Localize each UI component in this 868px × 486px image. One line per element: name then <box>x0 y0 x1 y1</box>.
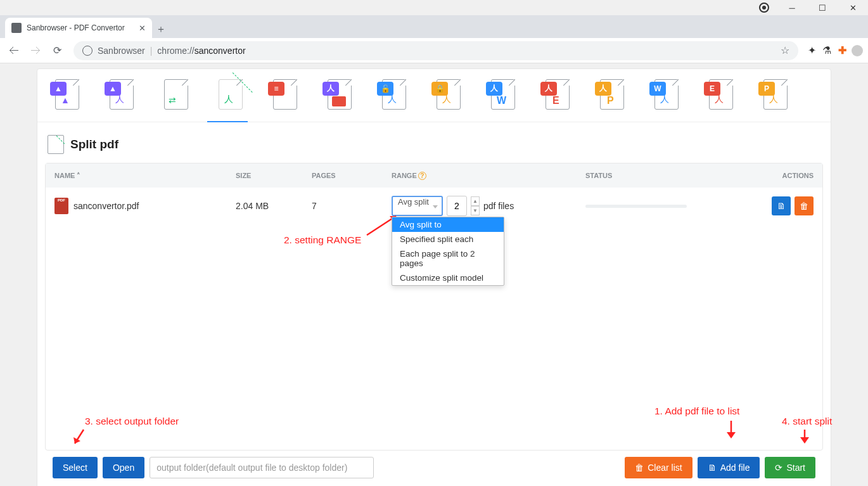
page-content: ▲▲ 人▲ ⇄ 人 ≡ 人 人🔓 人🔒 W人 E人 P人 人W 人E 人P Sp… <box>0 63 868 486</box>
split-icon <box>48 135 64 154</box>
range-opt-custom[interactable]: Customize split model <box>392 271 504 285</box>
favicon-icon <box>11 23 22 33</box>
tool-pdf-red[interactable]: 人 <box>321 77 352 115</box>
range-count-input[interactable] <box>447 196 467 216</box>
output-folder-input[interactable]: output folder(default output file to des… <box>150 457 374 478</box>
range-opt-spec[interactable]: Specified split each <box>392 232 504 246</box>
minimize-button[interactable]: ─ <box>784 3 800 13</box>
tool-lock-pdf[interactable]: 人🔒 <box>430 77 461 115</box>
pdf-file-icon <box>54 198 68 214</box>
omnibox-app: Sanbrowser <box>98 46 145 56</box>
close-button[interactable]: ✕ <box>845 3 860 13</box>
tool-img-to-pdf[interactable]: ▲▲ <box>49 77 79 115</box>
section-title: Split pdf <box>70 137 118 151</box>
open-folder-button[interactable]: Open <box>103 457 144 478</box>
file-grid: Name ˄ Size Pages Range? Status Actions … <box>45 163 823 451</box>
omnibox-url: chrome://sanconvertor <box>157 46 245 56</box>
row-delete-button[interactable]: 🗑 <box>795 196 814 215</box>
spin-down-icon: ▼ <box>471 206 480 215</box>
globe-icon <box>82 46 93 56</box>
file-name: sanconvertor.pdf <box>73 201 139 211</box>
section-header: Split pdf <box>45 130 823 163</box>
sort-asc-icon: ˄ <box>77 172 80 179</box>
footer-bar: Select Open output folder(default output… <box>45 451 823 485</box>
tab-strip: Sanbrowser - PDF Convertor ✕ ＋ <box>0 15 868 38</box>
tab-title: Sanbrowser - PDF Convertor <box>27 23 125 32</box>
col-range[interactable]: Range? <box>392 172 585 180</box>
spin-up-icon: ▲ <box>471 196 480 206</box>
back-button[interactable]: 🡠 <box>5 42 23 60</box>
table-row: sanconvertor.pdf 2.04 MB 7 Avg split ▲▼ … <box>46 188 822 224</box>
tool-pdf-w[interactable]: W人 <box>485 77 515 115</box>
col-status[interactable]: Status <box>585 172 755 179</box>
add-file-button[interactable]: 🗎Add file <box>698 457 760 478</box>
tool-split-pdf[interactable]: 人 <box>212 77 243 115</box>
window-titlebar: ─ ☐ ✕ <box>0 0 868 15</box>
row-edit-button[interactable]: 🗎 <box>772 196 791 215</box>
select-folder-button[interactable]: Select <box>53 457 98 478</box>
col-pages[interactable]: Pages <box>312 172 392 179</box>
range-mode-select[interactable]: Avg split <box>392 196 443 216</box>
help-icon[interactable]: ? <box>418 172 426 180</box>
grid-header: Name ˄ Size Pages Range? Status Actions <box>46 163 822 188</box>
trash-icon: 🗑 <box>635 463 644 473</box>
tool-compress-pdf[interactable]: ≡ <box>267 77 297 115</box>
col-size[interactable]: Size <box>236 172 312 179</box>
tool-pdf-to-img[interactable]: 人▲ <box>103 77 134 115</box>
maximize-button[interactable]: ☐ <box>815 3 830 13</box>
close-tab-icon[interactable]: ✕ <box>139 23 146 33</box>
range-spinner[interactable]: ▲▼ <box>471 196 480 215</box>
tab-active[interactable]: Sanbrowser - PDF Convertor ✕ <box>5 18 152 38</box>
start-button[interactable]: ⟳Start <box>765 457 815 478</box>
file-plus-icon: 🗎 <box>708 463 717 473</box>
address-bar[interactable]: Sanbrowser | chrome://sanconvertor ☆ <box>73 41 798 60</box>
circle-icon[interactable] <box>759 3 769 13</box>
tool-pdf-e[interactable]: E人 <box>539 77 570 115</box>
bookmark-icon[interactable]: ☆ <box>781 44 789 56</box>
main-panel: ▲▲ 人▲ ⇄ 人 ≡ 人 人🔓 人🔒 W人 E人 P人 人W 人E 人P Sp… <box>37 68 831 486</box>
file-pages: 7 <box>312 201 392 211</box>
puzzle-orange-icon[interactable]: ✚ <box>836 45 848 56</box>
extensions-icon[interactable]: ✦ <box>806 45 817 56</box>
col-actions: Actions <box>755 172 822 179</box>
trash-icon: 🗑 <box>800 201 808 211</box>
range-widget: Avg split ▲▼ pdf files Avg split to Spec… <box>392 196 585 216</box>
tool-pdf-p[interactable]: P人 <box>594 77 624 115</box>
file-size: 2.04 MB <box>236 201 312 211</box>
document-icon: 🗎 <box>777 201 786 211</box>
tool-p-pdf[interactable]: 人P <box>757 77 788 115</box>
range-dropdown: Avg split to Specified split each Each p… <box>392 217 504 286</box>
reload-button[interactable]: ⟳ <box>48 42 66 60</box>
profile-icon[interactable] <box>852 45 863 56</box>
range-suffix: pdf files <box>483 201 514 211</box>
status-progress <box>585 205 687 208</box>
col-name[interactable]: Name ˄ <box>46 172 236 180</box>
forward-button[interactable]: 🡢 <box>27 42 44 60</box>
tool-selector-row: ▲▲ 人▲ ⇄ 人 ≡ 人 人🔓 人🔒 W人 E人 P人 人W 人E 人P <box>37 69 831 122</box>
range-opt-avg[interactable]: Avg split to <box>392 217 504 232</box>
link-icon: ⟳ <box>775 463 782 473</box>
clear-list-button[interactable]: 🗑Clear list <box>625 457 692 478</box>
labs-icon[interactable]: ⚗ <box>821 45 833 56</box>
tool-merge-pdf[interactable]: ⇄ <box>158 77 188 115</box>
tool-e-pdf[interactable]: 人E <box>703 77 733 115</box>
tool-unlock-pdf[interactable]: 人🔓 <box>376 77 406 115</box>
new-tab-button[interactable]: ＋ <box>152 20 170 38</box>
range-opt-each[interactable]: Each page split to 2 pages <box>392 246 504 271</box>
tool-w-pdf[interactable]: 人W <box>648 77 679 115</box>
browser-toolbar: 🡠 🡢 ⟳ Sanbrowser | chrome://sanconvertor… <box>0 38 868 63</box>
